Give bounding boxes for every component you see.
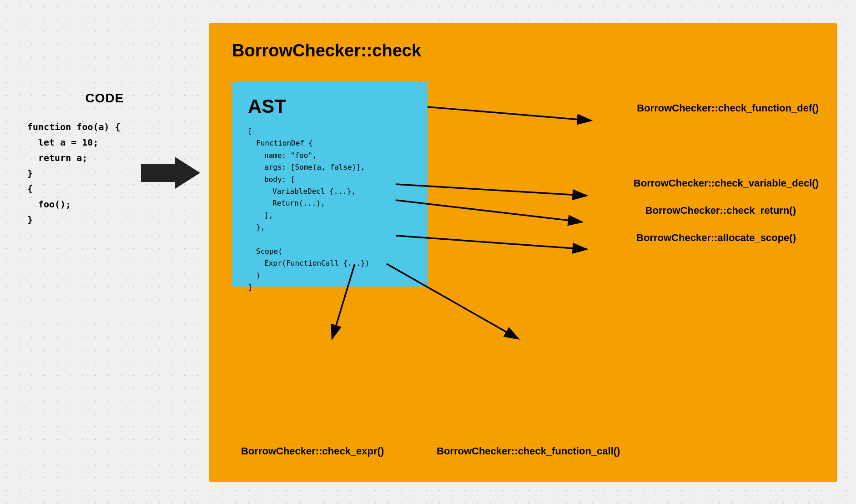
ast-line-9: }, <box>256 222 412 233</box>
ast-line-3: name: "foo", <box>264 150 412 161</box>
ast-line-5: body: [ <box>264 174 412 186</box>
svg-marker-0 <box>141 157 200 189</box>
ast-line-12: Expr(FunctionCall {...}) <box>264 257 412 269</box>
method-allocate-scope: BorrowChecker::allocate_scope() <box>636 232 796 244</box>
method-check-function-def: BorrowChecker::check_function_def() <box>637 102 819 114</box>
ast-line-11: Scope( <box>256 246 412 257</box>
method-check-function-call: BorrowChecker::check_function_call() <box>437 445 620 457</box>
ast-line-8: ], <box>264 210 412 222</box>
ast-line-13: ) <box>256 270 412 282</box>
ast-box: AST [ FunctionDef { name: "foo", args: [… <box>232 82 428 287</box>
ast-line-10 <box>248 234 412 246</box>
ast-line-2: FunctionDef { <box>256 137 412 149</box>
ast-code: [ FunctionDef { name: "foo", args: [Some… <box>248 126 412 293</box>
method-check-expr: BorrowChecker::check_expr() <box>241 445 384 457</box>
ast-line-1: [ <box>248 126 412 137</box>
svg-line-2 <box>428 107 591 121</box>
code-line-7: } <box>27 212 182 227</box>
ast-title: AST <box>248 96 412 117</box>
ast-line-7: Return(...), <box>272 197 412 209</box>
code-line-1: function foo(a) { <box>27 119 182 135</box>
method-check-return: BorrowChecker::check_return() <box>645 205 796 217</box>
ast-line-14: ] <box>248 282 412 293</box>
ast-line-6: VariableDecl {...}, <box>272 186 412 197</box>
code-line-6: foo(); <box>38 197 182 212</box>
panel-title: BorrowChecker::check <box>232 41 814 60</box>
code-line-2: let a = 10; <box>38 135 182 150</box>
ast-line-4: args: [Some(a, false)], <box>264 161 412 173</box>
method-check-variable-decl: BorrowChecker::check_variable_decl() <box>634 177 819 189</box>
code-label: CODE <box>27 91 182 106</box>
right-panel: BorrowChecker::check AST [ FunctionDef {… <box>209 23 837 482</box>
middle-arrow <box>141 155 200 191</box>
